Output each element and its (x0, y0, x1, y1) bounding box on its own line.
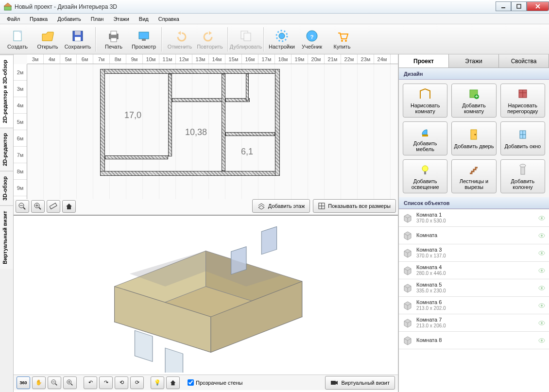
design-tool-7[interactable]: Лестницы и вырезы (451, 159, 496, 193)
undo-button[interactable]: Отменить (165, 26, 194, 53)
design-tool-6[interactable]: Добавить освещение (403, 159, 447, 193)
design-tool-0[interactable]: Нарисовать комнату (403, 84, 447, 118)
pan-button[interactable]: ✋ (32, 376, 46, 389)
svg-point-95 (541, 340, 543, 341)
object-item[interactable]: Комната 6213.0 x 202.0 (399, 297, 549, 314)
spine-tab-1[interactable]: 2D-редактор (0, 128, 13, 171)
design-tool-3[interactable]: Добавить мебель (403, 121, 447, 155)
close-button[interactable] (527, 1, 549, 11)
rotate-ccw-button[interactable]: ↶ (84, 376, 97, 389)
spine-tab-3[interactable]: Виртуальный визит (0, 205, 13, 269)
svg-marker-14 (178, 31, 181, 35)
maximize-button[interactable] (511, 1, 527, 11)
object-item[interactable]: Комната (399, 227, 549, 244)
floorplan: 17,0 10,38 6,1 (100, 69, 280, 181)
svg-point-22 (341, 40, 343, 42)
preview-button[interactable]: Просмотр (129, 26, 158, 53)
svg-rect-12 (139, 32, 149, 39)
measure-button[interactable] (47, 200, 60, 213)
transparent-walls-checkbox[interactable]: Прозрачные стены (188, 379, 242, 386)
cube-icon (403, 231, 412, 240)
left-spine: 2D-редактор и 3D-обзор2D-редактор3D-обзо… (0, 54, 14, 392)
zoom-in-button[interactable] (31, 200, 45, 213)
svg-rect-54 (331, 381, 336, 385)
ruler-vertical: 2м3м4м5м6м7м8м9м (14, 64, 27, 199)
eye-icon[interactable] (538, 233, 545, 238)
object-item[interactable]: Комната 7213.0 x 206.0 (399, 314, 549, 332)
zoom-out-3d-button[interactable] (48, 376, 61, 389)
spine-tab-2[interactable]: 3D-обзор (0, 171, 13, 205)
3d-view[interactable]: 360 ✋ ↶ ↷ ⟲ ⟳ 💡 Прозрачные стены Виртуал… (14, 216, 398, 392)
settings-button[interactable]: Настройки (267, 26, 296, 53)
eye-icon[interactable] (538, 216, 545, 221)
eye-icon[interactable] (538, 286, 545, 290)
virtual-visit-button[interactable]: Виртуальный визит (325, 376, 395, 390)
design-tool-1[interactable]: +Добавить комнату (451, 84, 496, 118)
rtab-Этажи[interactable]: Этажи (449, 54, 499, 68)
light-button[interactable]: 💡 (151, 376, 164, 389)
zoom-in-3d-button[interactable] (63, 376, 77, 389)
object-list[interactable]: Комната 1370.0 x 530.0КомнатаКомната 337… (399, 209, 549, 392)
eye-icon[interactable] (538, 321, 545, 325)
save-button[interactable]: Сохранить (63, 26, 92, 53)
menu-Файл[interactable]: Файл (3, 15, 24, 23)
svg-point-74 (541, 217, 543, 219)
svg-line-28 (39, 207, 41, 209)
duplicate-button[interactable]: Дублировать (231, 26, 260, 53)
spine-tab-0[interactable]: 2D-редактор и 3D-обзор (0, 54, 13, 128)
360-button[interactable]: 360 (17, 376, 30, 389)
cube-icon (403, 213, 412, 223)
eye-icon[interactable] (538, 303, 545, 308)
eye-icon[interactable] (538, 338, 545, 343)
help-icon: ? (305, 29, 319, 43)
eye-icon[interactable] (538, 268, 545, 273)
help-button[interactable]: ?Учебник (297, 26, 326, 53)
open-button[interactable]: Открыть (33, 26, 62, 53)
minimize-button[interactable] (496, 1, 511, 11)
menu-Правка[interactable]: Правка (26, 15, 51, 23)
rtab-Проект[interactable]: Проект (399, 54, 449, 68)
new-button[interactable]: Создать (3, 26, 32, 53)
eye-icon[interactable] (538, 251, 545, 256)
menu-bar: ФайлПравкаДобавитьПланЭтажиВидСправка (0, 14, 549, 24)
design-tool-5[interactable]: Добавить окно (500, 121, 545, 155)
object-item[interactable]: Комната 4280.0 x 446.0 (399, 262, 549, 279)
show-sizes-button[interactable]: Показывать все размеры (313, 199, 396, 213)
tilt-left-button[interactable]: ⟲ (115, 376, 128, 389)
add-floor-button[interactable]: Добавить этаж (252, 199, 310, 213)
objects-section-header: Список объектов (399, 197, 549, 209)
2d-view[interactable]: 3м4м5м6м7м8м9м10м11м12м13м14м15м16м17м18… (14, 54, 398, 216)
svg-line-25 (23, 207, 25, 209)
object-item[interactable]: Комната 1370.0 x 530.0 (399, 209, 549, 227)
home-button[interactable] (62, 200, 76, 213)
tilt-right-button[interactable]: ⟳ (130, 376, 144, 389)
buy-button[interactable]: Купить (327, 26, 357, 53)
object-item[interactable]: Комната 8 (399, 332, 549, 349)
menu-План[interactable]: План (87, 15, 108, 23)
menu-Справка[interactable]: Справка (154, 15, 183, 23)
menu-Этажи[interactable]: Этажи (109, 15, 133, 23)
room-label: 6,1 (241, 147, 253, 157)
svg-line-50 (71, 383, 73, 385)
svg-marker-55 (336, 381, 338, 385)
design-tool-grid: Нарисовать комнату+Добавить комнатуНарис… (399, 80, 549, 197)
3d-scene[interactable] (52, 221, 359, 373)
print-button[interactable]: Печать (99, 26, 128, 53)
object-item[interactable]: Комната 3370.0 x 137.0 (399, 244, 549, 262)
svg-rect-3 (517, 4, 521, 8)
design-tool-4[interactable]: Добавить дверь (451, 121, 496, 155)
rtab-Свойства[interactable]: Свойства (499, 54, 549, 68)
svg-point-89 (541, 305, 543, 307)
design-tool-8[interactable]: Добавить колонну (500, 159, 545, 193)
menu-Вид[interactable]: Вид (135, 15, 153, 23)
menu-Добавить[interactable]: Добавить (53, 15, 85, 23)
2d-canvas[interactable]: 17,0 10,38 6,1 (27, 64, 398, 199)
rotate-cw-button[interactable]: ↷ (99, 376, 113, 389)
cube-icon (403, 336, 412, 345)
design-tool-2[interactable]: Нарисовать перегородку (500, 84, 545, 118)
home-3d-button[interactable] (166, 376, 180, 389)
settings-icon (275, 29, 289, 43)
object-item[interactable]: Комната 5335.0 x 230.0 (399, 279, 549, 297)
redo-button[interactable]: Повторить (195, 26, 224, 53)
zoom-out-button[interactable] (16, 200, 29, 213)
